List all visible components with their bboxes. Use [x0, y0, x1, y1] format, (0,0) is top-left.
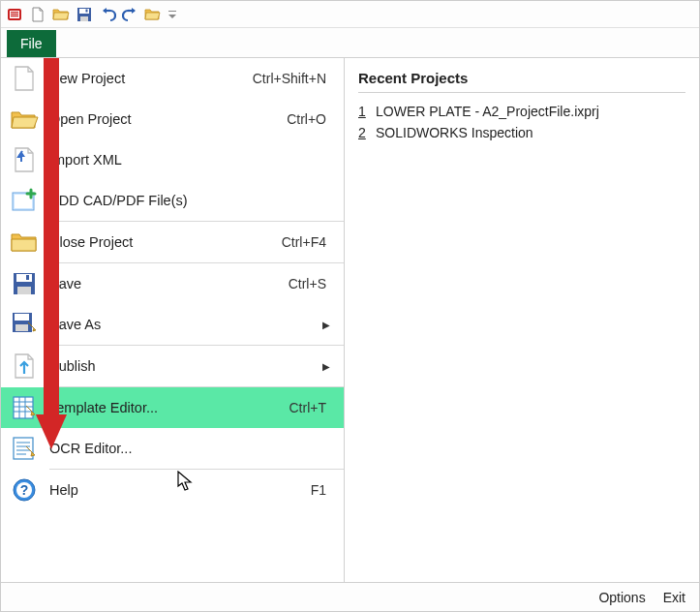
- svg-rect-2: [11, 12, 18, 13]
- app-logo-icon[interactable]: [5, 5, 24, 24]
- save-menu-icon: [7, 268, 42, 299]
- undo-icon[interactable]: [98, 5, 117, 24]
- ocr-editor-icon: [7, 433, 42, 464]
- svg-rect-25: [14, 438, 33, 459]
- recent-item-label: SOLIDWORKS Inspection: [376, 125, 533, 140]
- svg-rect-18: [15, 324, 28, 331]
- menu-publish[interactable]: Publish ▶: [1, 346, 344, 386]
- svg-rect-15: [26, 275, 29, 280]
- template-editor-icon: [7, 392, 42, 423]
- svg-rect-13: [16, 274, 32, 282]
- svg-text:?: ?: [20, 482, 29, 498]
- menu-label: Open Project: [49, 111, 287, 127]
- save-as-icon: [7, 309, 42, 340]
- menu-label: Close Project: [49, 234, 282, 250]
- menu-ocr-editor[interactable]: OCR Editor...: [1, 428, 344, 469]
- menu-label: Import XML: [49, 152, 334, 168]
- menu-shortcut: Ctrl+Shift+N: [253, 71, 326, 86]
- svg-rect-19: [14, 397, 33, 418]
- add-cad-icon: [7, 185, 42, 216]
- menu-save[interactable]: Save Ctrl+S: [1, 263, 344, 304]
- close-project-icon: [7, 227, 42, 258]
- qat-dropdown-icon[interactable]: [167, 5, 177, 24]
- quick-access-toolbar: [1, 1, 699, 28]
- menu-import-xml[interactable]: Import XML: [1, 139, 344, 180]
- import-xml-icon: [7, 144, 42, 175]
- menu-label: New Project: [49, 71, 253, 86]
- svg-rect-14: [17, 287, 31, 294]
- menu-label: OCR Editor...: [49, 441, 334, 456]
- open-folder-icon[interactable]: [51, 5, 71, 24]
- recent-projects-title: Recent Projects: [358, 70, 685, 93]
- help-icon: ?: [7, 474, 42, 505]
- submenu-arrow-icon: ▶: [322, 320, 330, 330]
- new-project-icon: [7, 63, 42, 94]
- recent-item-number: 1: [358, 104, 376, 119]
- svg-rect-4: [11, 15, 18, 16]
- svg-rect-3: [11, 14, 18, 15]
- svg-rect-7: [80, 16, 88, 21]
- recent-project-item[interactable]: 1 LOWER PLATE - A2_ProjectFile.ixprj: [358, 101, 685, 122]
- svg-rect-8: [86, 9, 88, 12]
- recent-item-label: LOWER PLATE - A2_ProjectFile.ixprj: [376, 104, 599, 119]
- menu-shortcut: Ctrl+T: [289, 400, 327, 415]
- menu-close-project[interactable]: Close Project Ctrl+F4: [1, 222, 344, 262]
- menu-label: Publish: [49, 358, 322, 374]
- file-tab[interactable]: File: [7, 30, 56, 57]
- publish-icon: [7, 351, 42, 382]
- redo-icon[interactable]: [121, 5, 140, 24]
- recent-item-number: 2: [358, 125, 376, 140]
- menu-label: ADD CAD/PDF File(s): [49, 193, 334, 208]
- menu-shortcut: Ctrl+O: [287, 111, 326, 127]
- menu-label: Help: [49, 482, 311, 498]
- new-file-icon[interactable]: [28, 5, 47, 24]
- menu-shortcut: Ctrl+S: [289, 276, 326, 291]
- save-icon[interactable]: [75, 5, 94, 24]
- open-project-icon: [7, 104, 42, 135]
- menu-template-editor[interactable]: Template Editor... Ctrl+T: [1, 387, 344, 428]
- menu-add-cad[interactable]: ADD CAD/PDF File(s): [1, 180, 344, 221]
- menu-open-project[interactable]: Open Project Ctrl+O: [1, 99, 344, 139]
- menu-label: Save: [49, 276, 289, 291]
- menu-help[interactable]: ? Help F1: [1, 470, 344, 510]
- menu-label: Template Editor...: [49, 400, 289, 415]
- svg-rect-9: [168, 11, 176, 12]
- ribbon-tabs: File: [1, 28, 699, 57]
- menu-new-project[interactable]: New Project Ctrl+Shift+N: [1, 58, 344, 99]
- folder-dropdown-icon[interactable]: [144, 5, 164, 24]
- menu-shortcut: F1: [311, 482, 326, 498]
- menu-label: Save As: [49, 317, 322, 332]
- recent-project-item[interactable]: 2 SOLIDWORKS Inspection: [358, 122, 685, 143]
- options-button[interactable]: Options: [598, 590, 645, 605]
- backstage-footer: Options Exit: [1, 582, 699, 611]
- svg-rect-11: [15, 195, 32, 208]
- file-backstage: New Project Ctrl+Shift+N Open Project Ct…: [1, 57, 699, 582]
- recent-projects-panel: Recent Projects 1 LOWER PLATE - A2_Proje…: [345, 58, 699, 582]
- file-menu: New Project Ctrl+Shift+N Open Project Ct…: [1, 58, 345, 582]
- submenu-arrow-icon: ▶: [322, 361, 330, 372]
- exit-button[interactable]: Exit: [663, 590, 685, 605]
- svg-rect-17: [15, 314, 29, 321]
- menu-shortcut: Ctrl+F4: [282, 234, 326, 250]
- menu-save-as[interactable]: Save As ▶: [1, 304, 344, 345]
